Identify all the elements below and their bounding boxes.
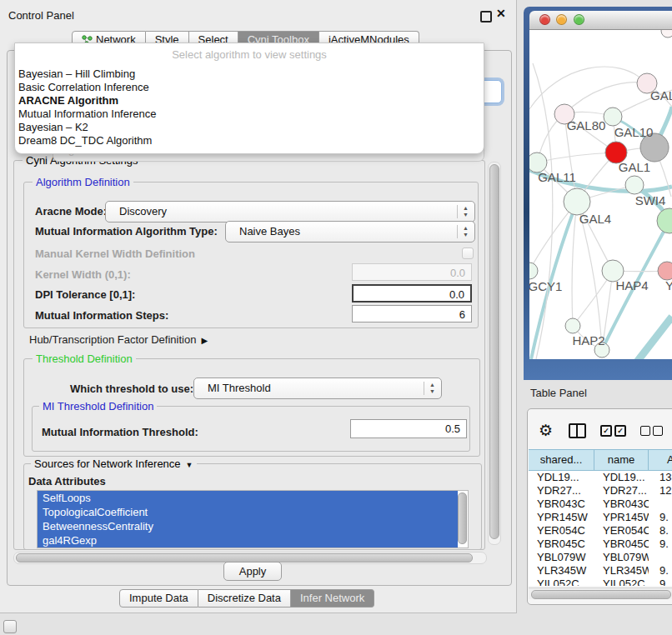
- network-edge[interactable]: [529, 67, 647, 109]
- table-panel-title: Table Panel: [530, 387, 587, 399]
- network-canvas[interactable]: GALGAL80GAL10GAL1GAL11SWI4GAL4GCY1HAP4YH…: [529, 30, 672, 359]
- hide-columns-icon[interactable]: [640, 426, 663, 436]
- bottom-tab-impute-data[interactable]: Impute Data: [119, 589, 198, 608]
- network-edge[interactable]: [537, 152, 616, 162]
- table-cell: YDL19...: [529, 471, 594, 484]
- restore-panel-icon[interactable]: [3, 620, 17, 633]
- mi-threshold-definition-title: MI Threshold Definition: [39, 400, 157, 412]
- network-node-gcy1[interactable]: [529, 262, 538, 279]
- algorithm-option-aracne-algorithm[interactable]: ARACNE Algorithm: [15, 94, 484, 108]
- mi-threshold-field[interactable]: 0.5: [350, 419, 467, 438]
- which-threshold-value: MI Threshold: [208, 382, 271, 394]
- mi-algorithm-type-value: Naive Bayes: [239, 225, 300, 238]
- data-attributes-listbox[interactable]: SelfLoopsTopologicalCoefficientBetweenne…: [37, 490, 469, 548]
- table-cell: YDL19...: [594, 471, 649, 484]
- threshold-definition-title: Threshold Definition: [33, 352, 136, 365]
- unchecked-box-icon: [653, 426, 663, 436]
- column-header-shared[interactable]: shared...: [529, 449, 594, 471]
- table-row[interactable]: YPR145WYPR145W9.: [529, 511, 672, 524]
- network-graph[interactable]: GALGAL80GAL10GAL1GAL11SWI4GAL4GCY1HAP4YH…: [529, 30, 672, 359]
- table-cell: YDR27...: [529, 484, 594, 498]
- network-edge[interactable]: [572, 202, 577, 326]
- mi-algorithm-type-combo[interactable]: Naive Bayes ▲▼: [225, 221, 475, 242]
- bottom-tab-infer-network-label: Infer Network: [300, 589, 364, 608]
- table-cell: 9.: [649, 511, 672, 524]
- network-view-window[interactable]: GALGAL80GAL10GAL1GAL11SWI4GAL4GCY1HAP4YH…: [524, 7, 672, 380]
- table-row[interactable]: YBR043CYBR043C: [529, 498, 672, 511]
- combo-stepper-icon: ▲▼: [457, 225, 469, 238]
- table-cell: YBL079W: [594, 551, 649, 564]
- table-row[interactable]: YBR045CYBR045C9.: [529, 538, 672, 551]
- table-row[interactable]: YIL052CYIL052C9.: [529, 578, 672, 586]
- bottom-tab-discretize-data[interactable]: Discretize Data: [198, 589, 291, 608]
- table-horizontal-scrollbar[interactable]: [529, 588, 672, 599]
- dpi-tolerance-field[interactable]: 0.0: [352, 284, 472, 302]
- table-row[interactable]: YDR27...YDR27...12: [529, 484, 672, 498]
- network-edge[interactable]: [634, 317, 672, 359]
- network-node-gal10[interactable]: [604, 108, 622, 126]
- table-cell: 8.: [649, 524, 672, 538]
- table-cell: YIL052C: [594, 578, 649, 586]
- algorithm-option-mutual-information-inference[interactable]: Mutual Information Inference: [15, 108, 484, 121]
- zoom-window-icon[interactable]: [574, 14, 584, 25]
- network-node[interactable]: [661, 30, 672, 38]
- data-attribute-item-topologicalcoefficient[interactable]: TopologicalCoefficient: [38, 505, 458, 519]
- settings-vscroll-thumb[interactable]: [489, 164, 499, 539]
- hub-definition-toggle[interactable]: Hub/Transcription Factor Definition▶: [29, 333, 208, 346]
- which-threshold-label: Which threshold to use:: [70, 382, 193, 395]
- table-cell: 13: [649, 471, 672, 484]
- data-attribute-item-betweennesscentrality[interactable]: BetweennessCentrality: [38, 519, 458, 533]
- network-node-swi4[interactable]: [625, 176, 644, 194]
- algorithm-dropdown-placeholder: Select algorithm to view settings: [15, 43, 484, 68]
- table-row[interactable]: YDL19...YDL19...13: [529, 471, 672, 484]
- network-node-y[interactable]: [658, 262, 672, 280]
- algorithm-option-dream8-dc-tdc-algorithm[interactable]: Dream8 DC_TDC Algorithm: [15, 134, 484, 148]
- kernel-width-field[interactable]: 0.0: [352, 263, 472, 281]
- split-columns-icon[interactable]: [569, 423, 586, 438]
- table-row[interactable]: YLR345WYLR345W9.: [529, 564, 672, 578]
- table-hscroll-thumb[interactable]: [531, 590, 671, 599]
- dpi-tolerance-label: DPI Tolerance [0,1]:: [35, 288, 135, 301]
- listbox-scrollbar-thumb[interactable]: [458, 492, 467, 544]
- table-row[interactable]: YBL079WYBL079W: [529, 551, 672, 564]
- settings-vertical-scrollbar[interactable]: [488, 162, 501, 545]
- expand-right-icon: ▶: [201, 336, 208, 345]
- which-threshold-combo[interactable]: MI Threshold ▲▼: [193, 378, 442, 399]
- float-panel-icon[interactable]: [480, 11, 492, 22]
- minimize-window-icon[interactable]: [556, 14, 567, 25]
- data-attribute-item-gal4rgexp[interactable]: gal4RGexp: [38, 533, 458, 548]
- table-header-row: shared...nameA: [529, 449, 672, 471]
- node-label-hap4: HAP4: [615, 278, 648, 292]
- mi-threshold-label: Mutual Information Threshold:: [42, 426, 198, 438]
- network-node-hap2[interactable]: [565, 318, 580, 333]
- table-row[interactable]: YER054CYER054C8.: [529, 524, 672, 538]
- show-columns-icon[interactable]: ✓✓: [600, 425, 626, 437]
- data-attributes-label: Data Attributes: [28, 475, 106, 488]
- gear-icon[interactable]: ⚙: [539, 422, 553, 439]
- table-cell: 9.: [649, 564, 672, 578]
- kernel-width-label: Kernel Width (0,1):: [35, 268, 131, 281]
- mi-steps-field[interactable]: 6: [352, 305, 472, 322]
- algorithm-option-bayesian-k2[interactable]: Bayesian – K2: [15, 121, 484, 134]
- aracne-mode-combo[interactable]: Discovery ▲▼: [105, 201, 475, 222]
- bottom-tab-infer-network[interactable]: Infer Network: [291, 589, 374, 608]
- data-attribute-item-selfloops[interactable]: SelfLoops: [38, 491, 458, 505]
- combo-stepper-icon: ▲▼: [424, 382, 435, 395]
- close-panel-icon[interactable]: ✕: [496, 7, 506, 20]
- combo-stepper-icon: ▲▼: [457, 205, 469, 218]
- manual-kernel-width-checkbox[interactable]: [462, 248, 474, 259]
- network-edge[interactable]: [564, 82, 647, 114]
- table-cell: YLR345W: [529, 564, 594, 578]
- algorithm-option-bayesian-hill-climbing[interactable]: Bayesian – Hill Climbing: [15, 68, 484, 81]
- network-node[interactable]: [657, 208, 672, 233]
- column-header-name[interactable]: name: [594, 449, 649, 471]
- close-window-icon[interactable]: [539, 14, 550, 25]
- hub-definition-label: Hub/Transcription Factor Definition: [29, 333, 196, 346]
- apply-button[interactable]: Apply: [223, 562, 282, 581]
- table-cell: YLR345W: [594, 564, 649, 578]
- network-window-titlebar[interactable]: [529, 11, 672, 30]
- algorithm-option-basic-correlation-inference[interactable]: Basic Correlation Inference: [15, 81, 484, 94]
- sources-group-title[interactable]: Sources for Network Inference▼: [31, 458, 197, 470]
- unchecked-box-icon: [640, 426, 650, 436]
- column-header-a[interactable]: A: [649, 449, 672, 471]
